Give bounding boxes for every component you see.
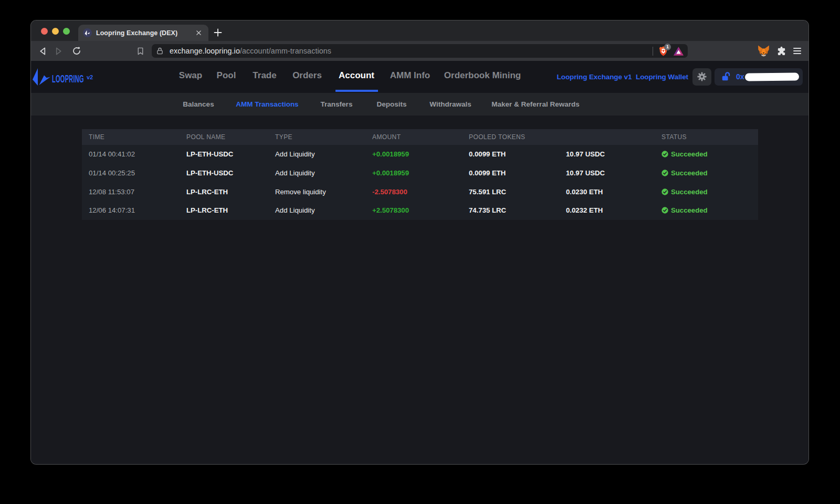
bookmark-icon[interactable]	[134, 41, 146, 61]
cell-amount: +0.0018959	[372, 164, 409, 183]
link-loopring-exchange-v1[interactable]: Loopring Exchange v1	[557, 61, 632, 93]
cell-pool-name: LP-ETH-USDC	[186, 164, 233, 183]
cell-pooled-token-2: 10.97 USDC	[566, 164, 605, 183]
lock-icon	[156, 47, 163, 55]
wallet-address-prefix: 0x	[736, 72, 744, 81]
metamask-icon[interactable]	[758, 45, 770, 57]
column-header-pooled-tokens: POOLED TOKENS	[469, 129, 525, 145]
browser-window: Loopring Exchange (DEX)	[31, 20, 808, 464]
cell-type: Add Liquidity	[275, 164, 315, 183]
success-check-icon	[662, 151, 668, 158]
cell-type: Remove liquidity	[275, 182, 326, 201]
loopring-favicon-icon	[85, 30, 90, 36]
cell-time: 01/14 00:41:02	[89, 145, 135, 164]
forward-button[interactable]	[52, 41, 65, 61]
shield-badge: 1	[664, 44, 671, 50]
subnav-item-transfers[interactable]: Transfers	[321, 93, 353, 116]
url-path: /account/amm-transactions	[240, 47, 331, 55]
account-subnav: Balances AMM Transactions Transfers Depo…	[31, 93, 808, 116]
status-label: Succeeded	[671, 150, 708, 158]
table-row[interactable]: 12/06 14:07:31 LP-LRC-ETH Add Liquidity …	[82, 201, 758, 220]
cell-pooled-token-2: 0.0232 ETH	[566, 201, 603, 220]
subnav-item-deposits[interactable]: Deposits	[376, 93, 406, 116]
close-window-button[interactable]	[41, 28, 48, 35]
success-check-icon	[662, 170, 668, 176]
zoom-window-button[interactable]	[63, 28, 70, 35]
main-nav: Swap Pool Trade Orders Account AMM Info …	[31, 61, 808, 93]
cell-status: Succeeded	[662, 182, 708, 201]
subnav-item-withdrawals[interactable]: Withdrawals	[429, 93, 471, 116]
column-header-amount: AMOUNT	[372, 129, 401, 145]
url-domain: exchange.loopring.io	[170, 47, 240, 55]
cell-pooled-token-2: 10.97 USDC	[566, 145, 605, 164]
unlock-icon	[722, 72, 731, 81]
url-bar[interactable]: exchange.loopring.io/account/amm-transac…	[152, 44, 688, 58]
status-label: Succeeded	[671, 206, 708, 214]
link-loopring-wallet[interactable]: Loopring Wallet	[636, 61, 688, 93]
table-row[interactable]: 01/14 00:25:25 LP-ETH-USDC Add Liquidity…	[82, 164, 758, 183]
cell-time: 01/14 00:25:25	[89, 164, 135, 183]
wallet-address-button[interactable]: 0x	[715, 68, 803, 86]
url-separator	[653, 47, 653, 56]
success-check-icon	[662, 188, 668, 195]
column-header-pool-name: POOL NAME	[186, 129, 226, 145]
new-tab-button[interactable]	[212, 27, 224, 38]
cell-pooled-token-1: 0.0099 ETH	[469, 164, 506, 183]
cell-status: Succeeded	[662, 145, 708, 164]
desktop-background: Loopring Exchange (DEX)	[0, 0, 840, 504]
nav-item-orderbook-mining[interactable]: Orderbook Mining	[444, 59, 521, 91]
status-label: Succeeded	[671, 169, 708, 177]
tab-close-icon[interactable]	[194, 28, 203, 38]
nav-item-account[interactable]: Account	[339, 59, 374, 91]
cell-time: 12/08 11:53:07	[89, 182, 134, 201]
cell-pooled-token-1: 74.735 LRC	[469, 201, 506, 220]
brave-shield-icon[interactable]: 1	[659, 46, 668, 56]
cell-time: 12/06 14:07:31	[89, 201, 135, 220]
extensions-puzzle-icon[interactable]	[776, 46, 786, 56]
cell-pooled-token-2: 0.0230 ETH	[566, 182, 603, 201]
site-header: LOOPRING v2 Swap Pool Trade Orders Accou…	[31, 61, 808, 93]
tab-favicon	[83, 28, 92, 37]
subnav-item-balances[interactable]: Balances	[183, 93, 214, 116]
table-header-row: TIME POOL NAME TYPE AMOUNT POOLED TOKENS…	[82, 129, 758, 145]
cell-pooled-token-1: 0.0099 ETH	[469, 145, 506, 164]
nav-item-trade[interactable]: Trade	[253, 59, 276, 91]
column-header-type: TYPE	[275, 129, 292, 145]
cell-amount: -2.5078300	[372, 182, 407, 201]
browser-tab[interactable]: Loopring Exchange (DEX)	[78, 25, 208, 41]
subnav-item-maker-referral-rewards[interactable]: Maker & Referral Rewards	[491, 93, 579, 116]
cell-amount: +2.5078300	[372, 201, 409, 220]
url-text: exchange.loopring.io/account/amm-transac…	[170, 47, 331, 55]
back-button[interactable]	[36, 41, 49, 61]
tab-title: Loopring Exchange (DEX)	[96, 29, 191, 37]
nav-item-orders[interactable]: Orders	[292, 59, 322, 91]
nav-active-underline	[335, 90, 378, 92]
menu-icon[interactable]	[793, 48, 801, 55]
gear-icon	[697, 72, 707, 81]
cell-type: Add Liquidity	[275, 201, 315, 220]
success-check-icon	[662, 207, 668, 214]
subnav-item-amm-transactions[interactable]: AMM Transactions	[236, 93, 298, 116]
table-row[interactable]: 12/08 11:53:07 LP-LRC-ETH Remove liquidi…	[82, 182, 758, 201]
reload-button[interactable]	[70, 41, 83, 61]
cell-status: Succeeded	[662, 164, 708, 183]
cell-pool-name: LP-LRC-ETH	[186, 182, 228, 201]
nav-item-amm-info[interactable]: AMM Info	[390, 59, 430, 91]
cell-pool-name: LP-LRC-ETH	[186, 201, 228, 220]
cell-status: Succeeded	[662, 201, 708, 220]
column-header-time: TIME	[89, 129, 104, 145]
status-label: Succeeded	[671, 188, 708, 196]
table-row[interactable]: 01/14 00:41:02 LP-ETH-USDC Add Liquidity…	[82, 145, 758, 164]
cell-type: Add Liquidity	[275, 145, 315, 164]
nav-item-pool[interactable]: Pool	[217, 59, 236, 91]
nav-item-swap[interactable]: Swap	[179, 59, 202, 91]
settings-button[interactable]	[692, 68, 711, 86]
cell-amount: +0.0018959	[372, 145, 409, 164]
transactions-table: TIME POOL NAME TYPE AMOUNT POOLED TOKENS…	[82, 129, 758, 220]
page-body: TIME POOL NAME TYPE AMOUNT POOLED TOKENS…	[31, 116, 808, 464]
wallet-address-redacted	[745, 72, 799, 81]
bat-rewards-icon[interactable]	[674, 47, 684, 56]
cell-pool-name: LP-ETH-USDC	[186, 145, 233, 164]
minimize-window-button[interactable]	[52, 28, 59, 35]
browser-toolbar: exchange.loopring.io/account/amm-transac…	[31, 41, 808, 61]
